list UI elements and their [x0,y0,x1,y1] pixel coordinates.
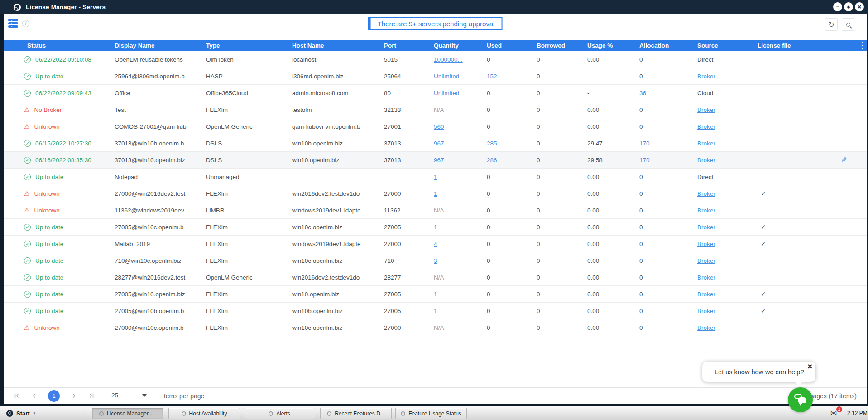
column-header-display-name[interactable]: Display Name [115,42,206,49]
column-header-used[interactable]: Used [487,42,537,49]
table-row[interactable]: ✓ 06/22/2022 09:10:08 OpenLM reusable to… [4,51,867,68]
source-cell[interactable]: Broker [697,207,758,214]
status-warning-icon: ⚠ [24,190,30,197]
table-row[interactable]: ✓ Up to date 27005@win10c.openlm.b FLEXl… [4,219,867,236]
source-cell[interactable]: Broker [697,308,758,314]
column-header-quantity[interactable]: Quantity [434,42,487,49]
first-page-button[interactable] [14,393,20,399]
table-row[interactable]: ✓ Up to date 27005@win10.openlm.biz FLEX… [4,286,867,303]
servers-icon[interactable] [8,19,18,29]
source-cell[interactable]: Broker [697,274,758,281]
quantity-cell[interactable]: 560 [434,123,487,130]
source-cell: Direct [697,56,758,63]
edit-row-icon[interactable]: ✎ [841,156,847,164]
quantity-cell[interactable]: 967 [434,157,487,164]
column-menu-icon[interactable] [862,42,863,50]
table-row[interactable]: ✓ Up to date 25964@l306md.openlm.b HASP … [4,68,867,85]
table-row[interactable]: ✓ Up to date Notepad Unmanaged 1 0 0 0.0… [4,169,867,185]
column-header-allocation[interactable]: Allocation [639,42,697,49]
source-cell[interactable]: Broker [697,73,758,80]
quantity-cell[interactable]: Unlimited [434,90,487,97]
source-cell[interactable]: Broker [697,291,758,298]
quantity-cell[interactable]: 1 [434,224,487,231]
table-row[interactable]: ✓ 06/16/2022 08:35:30 37013@win10.openlm… [4,152,867,169]
column-header-type[interactable]: Type [206,42,292,49]
current-page-button[interactable]: 1 [48,390,60,402]
status-text: No Broker [34,106,62,113]
source-cell[interactable]: Broker [697,106,758,113]
table-row[interactable]: ⚠ No Broker Test FLEXlm testolm 32133 N/… [4,101,867,118]
table-row[interactable]: ✓ 06/22/2022 09:09:43 Office Office365Cl… [4,85,867,101]
display-name-cell: 710@win10c.openlm.biz [115,257,206,264]
column-header-license-file[interactable]: License file [758,42,838,49]
mail-icon[interactable]: ✉ [830,409,837,418]
chat-tooltip: Let us know how we can help? × [702,362,815,382]
taskbar-task-host-availability[interactable]: Host Availability [168,408,240,419]
source-cell[interactable]: Broker [697,140,758,147]
used-cell[interactable]: 152 [487,73,537,80]
table-row[interactable]: ✓ Up to date Matlab_2019 FLEXlm windows2… [4,236,867,252]
used-cell[interactable]: 286 [487,157,537,164]
column-header-status[interactable]: Status [4,42,115,49]
source-cell[interactable]: Broker [697,324,758,331]
taskbar-task-recent-features-d[interactable]: Recent Features D... [320,408,392,419]
table-row[interactable]: ✓ Up to date 28277@win2016dev2.test Open… [4,269,867,286]
last-page-button[interactable] [88,393,94,399]
table-row[interactable]: ⚠ Unknown 27000@win2016dev2.test FLEXlm … [4,185,867,202]
taskbar-task-feature-usage-status[interactable]: Feature Usage Status [395,408,467,419]
taskbar-clock[interactable]: 2:12 PM [847,410,868,416]
quantity-cell[interactable]: 1 [434,291,487,298]
table-row[interactable]: ⚠ Unknown COMOS-27001@qam-liub OpenLM Ge… [4,118,867,135]
source-cell[interactable]: Broker [697,224,758,231]
taskbar-task-license-manager[interactable]: License Manager -... [92,408,163,419]
table-row[interactable]: ✓ Up to date 710@win10c.openlm.biz FLEXl… [4,252,867,269]
chat-button[interactable] [788,387,813,412]
column-header-host-name[interactable]: Host Name [292,42,384,49]
source-cell[interactable]: Broker [697,241,758,247]
column-header-source[interactable]: Source [697,42,758,49]
next-page-button[interactable] [71,393,77,399]
info-icon[interactable]: i [22,20,29,27]
table-row[interactable]: ✓ Up to date 27005@win10b.openlm.b FLEXl… [4,303,867,319]
quantity-cell[interactable]: 4 [434,241,487,247]
task-label: Recent Features D... [335,410,385,417]
source-cell[interactable]: Broker [697,157,758,164]
table-row[interactable]: ✓ 06/15/2022 10:27:30 37013@win10b.openl… [4,135,867,152]
column-header-port[interactable]: Port [384,42,434,49]
chat-tooltip-close-icon[interactable]: × [807,362,812,371]
pending-approval-banner[interactable]: There are 9+ servers pending approval [368,17,503,30]
port-cell: 27000 [384,241,434,247]
start-button[interactable]: Start ▼ [3,407,40,419]
quantity-cell[interactable]: 1 [434,174,487,180]
quantity-cell[interactable]: 1000000... [434,56,487,63]
used-cell[interactable]: 285 [487,140,537,147]
maximize-button[interactable]: ◆ [844,2,853,11]
prev-page-button[interactable] [31,393,37,399]
table-row[interactable]: ⚠ Unknown 11362@windows2019dev LiMBR win… [4,202,867,219]
column-header-borrowed[interactable]: Borrowed [537,42,587,49]
quantity-cell[interactable]: 1 [434,308,487,314]
source-cell[interactable]: Broker [697,257,758,264]
refresh-button[interactable]: ↻ [825,18,838,31]
source-cell[interactable]: Broker [697,190,758,197]
quantity-cell[interactable]: 967 [434,140,487,147]
allocation-cell[interactable]: 36 [639,90,697,97]
usage-cell: 0.00 [587,56,639,63]
port-cell: 37013 [384,140,434,147]
minimize-button[interactable]: − [833,2,842,11]
quantity-cell[interactable]: 3 [434,257,487,264]
quantity-cell[interactable]: 1 [434,190,487,197]
search-button[interactable] [842,18,854,31]
source-cell[interactable]: Broker [697,123,758,130]
usage-cell: 0.00 [587,207,639,214]
taskbar-task-alerts[interactable]: Alerts [244,408,315,419]
column-header-usage-[interactable]: Usage % [587,42,639,49]
borrowed-cell: 0 [537,140,587,147]
allocation-cell[interactable]: 170 [639,157,697,164]
close-button[interactable]: × [855,2,864,11]
table-row[interactable]: ⚠ Unknown 27000@win10c.openlm.b FLEXlm w… [4,319,867,336]
page-size-dropdown[interactable]: 25 [110,391,149,401]
status-cell: ✓ Up to date [4,73,115,80]
allocation-cell[interactable]: 170 [639,140,697,147]
quantity-cell[interactable]: Unlimited [434,73,487,80]
